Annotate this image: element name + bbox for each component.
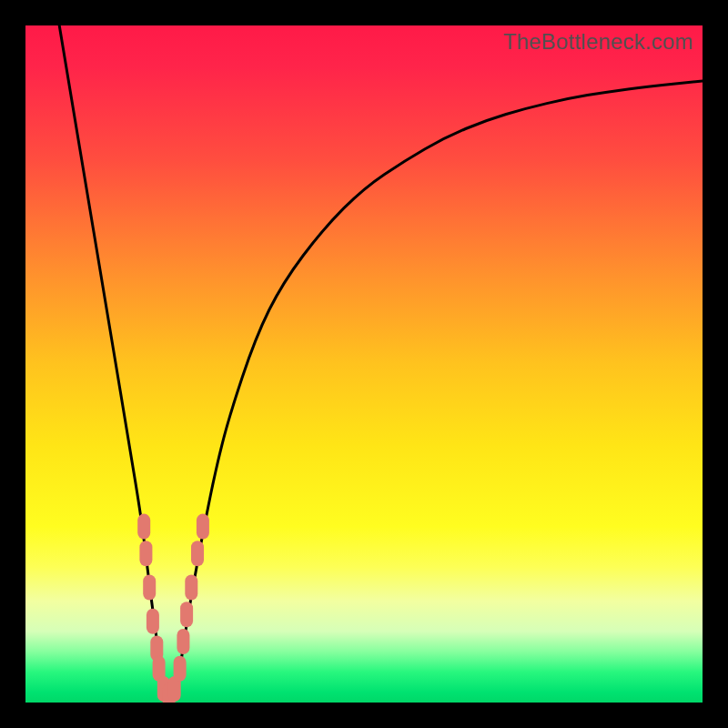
data-marker <box>177 629 189 654</box>
data-marker <box>185 575 197 601</box>
data-marker <box>143 575 156 601</box>
watermark-text: TheBottleneck.com <box>503 29 693 55</box>
data-marker <box>197 514 209 540</box>
chart-frame: TheBottleneck.com <box>0 0 728 728</box>
data-marker <box>191 541 204 566</box>
data-marker <box>147 609 159 634</box>
curve-layer <box>25 25 703 703</box>
bottleneck-curve <box>59 25 703 696</box>
data-marker <box>139 541 152 566</box>
data-marker <box>137 514 150 540</box>
data-markers <box>137 514 209 703</box>
data-marker <box>174 656 187 682</box>
data-marker <box>180 602 193 627</box>
plot-area: TheBottleneck.com <box>25 25 703 703</box>
